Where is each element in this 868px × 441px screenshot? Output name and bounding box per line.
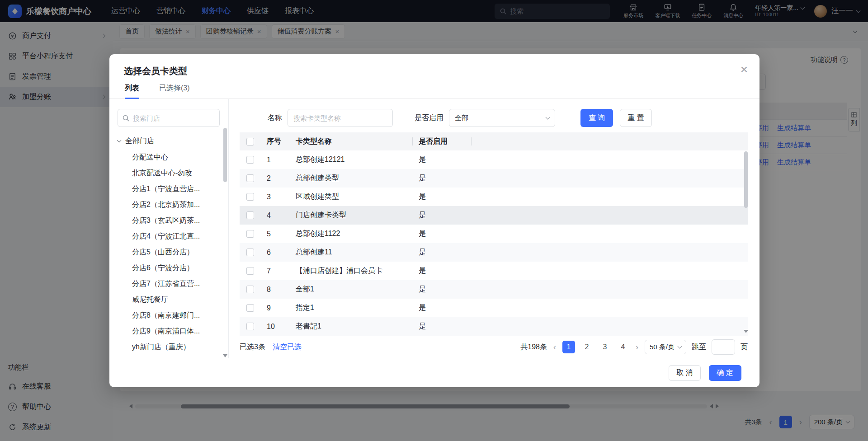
prev-page-icon[interactable]: ‹	[552, 342, 557, 352]
table-scrollbar[interactable]	[744, 151, 748, 328]
reset-button[interactable]: 重 置	[620, 109, 651, 127]
store-search-input[interactable]	[133, 114, 215, 122]
tree-item[interactable]: 分店3（玄武区奶茶...	[118, 212, 223, 228]
tree-item[interactable]: 分店5（山西分店）	[118, 244, 223, 260]
card-type-panel: 名称 是否启用 全部 查 询 重 置 序号	[229, 99, 760, 358]
tab-selected[interactable]: 已选择(3)	[159, 84, 190, 99]
tab-list[interactable]: 列表	[125, 84, 139, 99]
col-index: 序号	[260, 137, 290, 146]
store-panel: 全部门店 分配送中心 北京配送中心-勿改 分店1（宁波直营店... 分店2（北京…	[109, 99, 229, 358]
page-size-select[interactable]: 50 条/页	[645, 340, 686, 354]
table-header: 序号 卡类型名称 是否启用	[240, 132, 748, 150]
scroll-down-icon[interactable]	[744, 330, 748, 333]
caret-down-icon	[117, 138, 122, 143]
jump-label: 跳至	[692, 342, 706, 352]
modal-body: 全部门店 分配送中心 北京配送中心-勿改 分店1（宁波直营店... 分店2（北京…	[109, 99, 760, 358]
enabled-select-value: 全部	[455, 114, 468, 122]
col-enabled: 是否启用	[413, 137, 472, 145]
page-number[interactable]: 1	[562, 341, 575, 353]
name-filter-label: 名称	[268, 113, 282, 123]
tree-item[interactable]: 分店9（南京浦口体...	[118, 323, 223, 339]
page-number[interactable]: 3	[599, 341, 611, 353]
page-number[interactable]: 4	[617, 341, 629, 353]
page-number[interactable]: 2	[580, 341, 593, 353]
tree-root-label: 全部门店	[125, 136, 154, 146]
tree-item[interactable]: 分店6（宁波分店）	[118, 260, 223, 276]
store-tree: 全部门店 分配送中心 北京配送中心-勿改 分店1（宁波直营店... 分店2（北京…	[118, 133, 223, 355]
tree-scrollbar[interactable]	[223, 128, 227, 352]
table-row[interactable]: 8 全部1 是	[240, 280, 748, 299]
scrollbar-thumb[interactable]	[744, 151, 748, 208]
tree-item[interactable]: 分店4（宁波江北直...	[118, 228, 223, 244]
search-icon	[123, 115, 129, 122]
row-checkbox[interactable]	[246, 211, 254, 219]
clear-selection-link[interactable]: 清空已选	[273, 342, 302, 352]
row-checkbox[interactable]	[246, 230, 254, 238]
table-row[interactable]: 10 老書記1 是	[240, 317, 748, 336]
row-checkbox[interactable]	[246, 286, 254, 293]
card-type-name-input[interactable]	[288, 109, 393, 127]
table-row[interactable]: 4 门店创建卡类型 是	[240, 206, 748, 225]
card-type-table: 序号 卡类型名称 是否启用 1 总部创建12121 是 2 总部	[240, 132, 748, 336]
selected-count: 已选3条	[240, 342, 265, 352]
next-page-icon[interactable]: ›	[635, 342, 639, 352]
close-icon[interactable]: ×	[741, 63, 748, 76]
chevron-down-icon	[678, 344, 682, 349]
tree-item[interactable]: 分店7（江苏省直营...	[118, 276, 223, 291]
tree-item[interactable]: 北京配送中心-勿改	[118, 165, 223, 181]
total-count: 共198条	[520, 342, 547, 352]
tree-root-all-stores[interactable]: 全部门店	[118, 133, 223, 149]
filter-bar: 名称 是否启用 全部 查 询 重 置	[240, 109, 748, 127]
store-search[interactable]	[118, 109, 220, 127]
confirm-button[interactable]: 确 定	[709, 365, 741, 381]
row-checkbox[interactable]	[246, 304, 254, 312]
enabled-select[interactable]: 全部	[449, 109, 555, 127]
card-type-modal: × 选择会员卡类型 列表 已选择(3) 全部门店	[109, 54, 760, 387]
row-checkbox[interactable]	[246, 156, 254, 164]
tree-item[interactable]: 分配送中心	[118, 149, 223, 165]
table-row[interactable]: 1 总部创建12121 是	[240, 150, 748, 169]
tree-item[interactable]: 分店8（南京建邺门...	[118, 307, 223, 323]
cancel-button[interactable]: 取 消	[669, 365, 700, 381]
scrollbar-thumb[interactable]	[223, 128, 227, 182]
jump-suffix: 页	[741, 342, 748, 352]
table-row[interactable]: 9 指定1 是	[240, 299, 748, 317]
query-button[interactable]: 查 询	[580, 109, 613, 127]
modal-tabs: 列表 已选择(3)	[109, 84, 760, 99]
table-row[interactable]: 5 总部创建1122 是	[240, 225, 748, 243]
row-checkbox[interactable]	[246, 249, 254, 256]
tree-item[interactable]: 分店2（北京奶茶加...	[118, 197, 223, 212]
tree-item[interactable]: yh新门店（重庆）	[118, 339, 223, 355]
table-row[interactable]: 2 总部创建类型 是	[240, 169, 748, 188]
row-checkbox[interactable]	[246, 267, 254, 275]
table-row[interactable]: 3 区域创建类型 是	[240, 188, 748, 206]
modal-footer: 取 消 确 定	[109, 358, 760, 387]
app-root: 乐檬餐饮商户中心 运营中心 营销中心 财务中心 供应链 报表中心 服务市场 客户…	[0, 0, 868, 441]
scroll-down-icon[interactable]	[223, 354, 227, 357]
enabled-filter-label: 是否启用	[415, 113, 443, 123]
col-card-type-name: 卡类型名称	[290, 137, 413, 145]
row-checkbox[interactable]	[246, 174, 254, 182]
modal-pagination: 已选3条 清空已选 共198条 ‹ 1 2 3 4 › 50 条/页	[240, 336, 748, 358]
table-row[interactable]: 6 总部创建11 是	[240, 243, 748, 262]
row-checkbox[interactable]	[246, 323, 254, 330]
tree-item[interactable]: 分店1（宁波直营店...	[118, 181, 223, 197]
row-checkbox[interactable]	[246, 193, 254, 201]
tree-item[interactable]: 威尼托餐厅	[118, 291, 223, 307]
page-size-value: 50 条/页	[650, 343, 675, 352]
select-all-checkbox[interactable]	[246, 138, 254, 145]
table-row[interactable]: 7 【浦口店创建】浦口会员卡 是	[240, 262, 748, 280]
modal-title: 选择会员卡类型	[109, 54, 760, 77]
jump-page-input[interactable]	[712, 339, 735, 355]
chevron-down-icon	[546, 115, 550, 120]
